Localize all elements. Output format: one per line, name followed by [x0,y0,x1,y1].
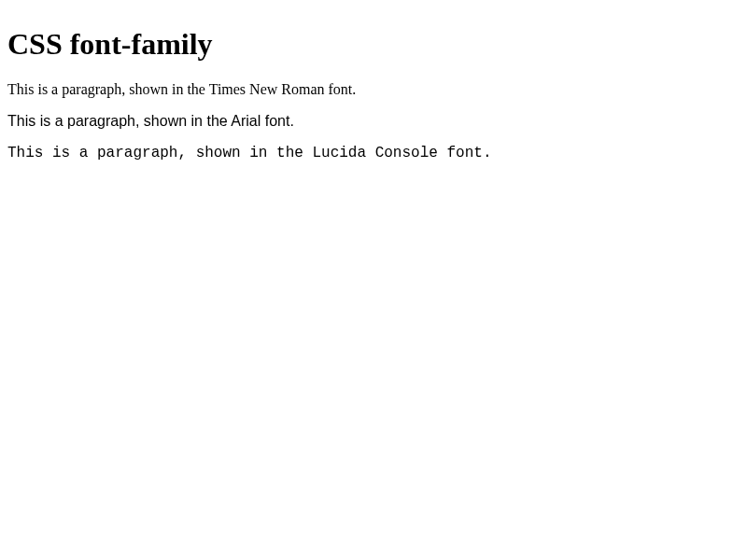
paragraph-lucida-console: This is a paragraph, shown in the Lucida… [7,145,740,161]
paragraph-times-new-roman: This is a paragraph, shown in the Times … [7,81,740,98]
heading-css-font-family: CSS font-family [7,27,740,62]
paragraph-arial: This is a paragraph, shown in the Arial … [7,113,740,130]
